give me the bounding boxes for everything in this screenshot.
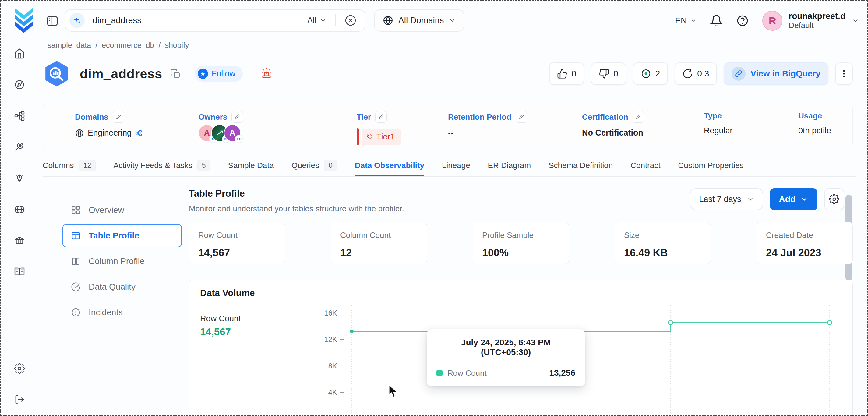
certification-value: No Certification [582,128,672,138]
edit-certification-button[interactable] [632,111,644,123]
tab-label: Data Observability [355,161,424,170]
search-clear-icon[interactable] [344,14,357,27]
sidebar-toggle-icon[interactable] [46,14,59,28]
thumbs-up-icon [557,68,567,79]
stat-label: Size [624,230,702,240]
edit-retention-button[interactable] [516,111,527,123]
lineage-flow-icon[interactable] [10,106,29,125]
tab-label: Contract [630,161,660,170]
score-button[interactable]: 2 [633,62,668,85]
stat-value: 14,567 [198,247,276,259]
edit-owners-button[interactable] [231,111,243,123]
edit-tier-button[interactable] [375,111,387,123]
entity-tabbar: Columns12 Activity Feeds & Tasks5 Sample… [43,155,856,177]
subnav-label: Incidents [89,308,123,317]
breadcrumb-schema[interactable]: shopify [165,41,189,50]
thumbs-down-icon [599,68,609,79]
tab-contract[interactable]: Contract [630,155,660,176]
more-options-kebab-icon[interactable] [835,62,853,85]
stat-value: 100% [482,247,559,259]
subnav-overview[interactable]: Overview [62,198,182,222]
tab-queries[interactable]: Queries0 [291,155,337,176]
glossary-book-icon[interactable] [10,262,29,281]
tab-columns[interactable]: Columns12 [43,155,96,176]
governance-bank-icon[interactable] [10,232,29,250]
retention-value: -- [448,128,550,138]
edit-domains-button[interactable] [113,111,124,123]
bigquery-icon [43,60,71,88]
profile-summary-cards: Row Count 14,567 Column Count 12 Profile… [189,222,853,264]
breadcrumb-database[interactable]: ecommerce_db [102,41,154,50]
stat-value: 24 Jul 2023 [766,247,843,259]
row-count-line-chart[interactable]: 16K12K8K4K [323,301,850,416]
home-icon[interactable] [10,44,29,63]
global-search-bar[interactable]: dim_address All [65,9,366,32]
tab-er-diagram[interactable]: ER Diagram [488,155,531,176]
version-button[interactable]: 0.3 [675,62,717,85]
all-domains-button[interactable]: All Domains [374,9,464,32]
type-label: Type [704,111,722,121]
stat-label: Created Date [766,230,843,240]
explore-compass-icon[interactable] [10,75,29,94]
domain-value[interactable]: Engineering [88,128,131,138]
user-menu[interactable]: R rounakpreet.d Default [762,11,860,31]
search-scope-dropdown[interactable]: All [307,16,327,25]
view-in-bigquery-button[interactable]: View in BigQuery [724,62,828,85]
breadcrumb-service[interactable]: sample_data [48,41,91,50]
app-root: dim_address All All Domains EN R rounakp… [0,0,868,416]
stat-label: Column Count [340,230,417,240]
date-range-dropdown[interactable]: Last 7 days [690,188,763,210]
date-range-label: Last 7 days [699,195,741,204]
insights-bulb-icon[interactable] [10,169,29,188]
observability-search-icon[interactable] [10,138,29,156]
search-input[interactable]: dim_address [93,15,307,25]
profiler-settings-gear-icon[interactable] [824,188,844,210]
tab-sample-data[interactable]: Sample Data [228,155,274,176]
tooltip-timestamp: July 24, 2025, 6:43 PM (UTC+05:30) [436,338,575,357]
usage-label: Usage [798,111,822,121]
copy-icon[interactable] [170,68,181,79]
subnav-data-quality[interactable]: Data Quality [62,275,182,298]
divider [335,14,336,27]
subnav-incidents[interactable]: Incidents [62,301,182,324]
tab-custom-properties[interactable]: Custom Properties [678,155,743,176]
type-value: Regular [704,126,766,135]
downvote-count: 0 [613,69,618,78]
notifications-bell-icon[interactable] [710,14,723,27]
table-icon [71,231,81,241]
tab-count-badge: 0 [324,160,337,171]
tab-data-observability[interactable]: Data Observability [355,155,424,176]
domains-globe-icon[interactable] [10,200,29,219]
logout-icon[interactable] [10,390,29,409]
tab-activity-feeds[interactable]: Activity Feeds & Tasks5 [113,155,210,176]
add-button[interactable]: Add [770,188,817,210]
tier-chip[interactable]: Tier1 [363,129,401,145]
subnav-table-profile[interactable]: Table Profile [62,224,182,247]
tab-label: Lineage [442,161,470,170]
search-scope-label: All [307,16,316,25]
tab-lineage[interactable]: Lineage [442,155,470,176]
owner-avatar[interactable]: A⚯ [224,125,241,141]
meta-tier: Tier Tier1 [311,104,416,147]
subnav-column-profile[interactable]: Column Profile [62,250,182,273]
entity-metadata-strip: Domains Engineering Owners A⚯ ⚯ A⚯ Tier [43,103,853,148]
meta-retention: Retention Period -- [416,104,550,147]
pencil-icon [518,114,524,120]
section-subtitle: Monitor and understand your tables struc… [189,204,404,214]
language-dropdown[interactable]: EN [675,16,696,26]
settings-gear-icon[interactable] [10,359,29,378]
help-icon[interactable] [736,14,749,27]
data-volume-card: Data Volume Row Count 14,567 16K12K8K4K … [189,280,853,416]
upvote-button[interactable]: 0 [549,62,585,85]
downvote-button[interactable]: 0 [591,62,626,85]
tab-label: Custom Properties [678,161,743,170]
tab-schema-definition[interactable]: Schema Definition [549,155,613,176]
collate-logo[interactable] [11,7,36,34]
stat-card-created-date: Created Date 24 Jul 2023 [756,222,853,264]
section-title: Table Profile [189,188,245,199]
grid-icon [71,205,81,215]
alert-siren-icon[interactable] [260,66,273,81]
follow-button[interactable]: ★ Follow [195,66,243,82]
meta-type: Type Regular [672,104,766,147]
tab-label: Sample Data [228,161,274,170]
